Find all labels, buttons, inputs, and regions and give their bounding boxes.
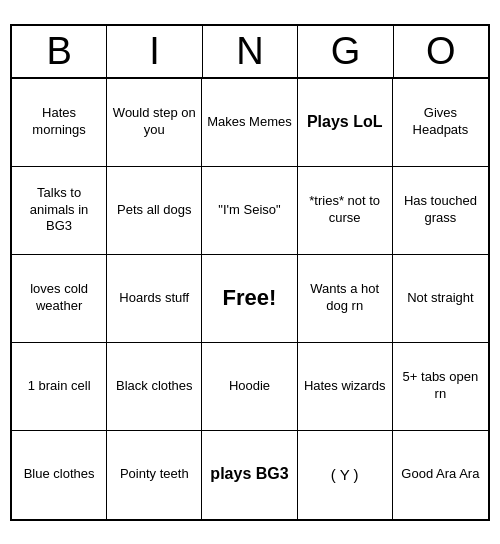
bingo-cell-r2c3[interactable]: "I'm Seiso": [202, 167, 297, 255]
bingo-cell-r2c4[interactable]: *tries* not to curse: [298, 167, 393, 255]
bingo-cell-r5c5[interactable]: Good Ara Ara: [393, 431, 488, 519]
bingo-letter: N: [203, 26, 298, 77]
bingo-card: BINGO Hates morningsWould step on youMak…: [10, 24, 490, 521]
bingo-cell-r3c2[interactable]: Hoards stuff: [107, 255, 202, 343]
bingo-cell-r2c5[interactable]: Has touched grass: [393, 167, 488, 255]
bingo-cell-r1c2[interactable]: Would step on you: [107, 79, 202, 167]
bingo-letter: B: [12, 26, 107, 77]
bingo-cell-r1c5[interactable]: Gives Headpats: [393, 79, 488, 167]
bingo-cell-r3c1[interactable]: loves cold weather: [12, 255, 107, 343]
bingo-cell-r1c3[interactable]: Makes Memes: [202, 79, 297, 167]
bingo-cell-r2c2[interactable]: Pets all dogs: [107, 167, 202, 255]
bingo-letter: I: [107, 26, 202, 77]
bingo-letter: G: [298, 26, 393, 77]
bingo-cell-r2c1[interactable]: Talks to animals in BG3: [12, 167, 107, 255]
bingo-cell-r5c2[interactable]: Pointy teeth: [107, 431, 202, 519]
bingo-cell-r3c3[interactable]: Free!: [202, 255, 297, 343]
bingo-cell-r3c5[interactable]: Not straight: [393, 255, 488, 343]
bingo-cell-r4c1[interactable]: 1 brain cell: [12, 343, 107, 431]
bingo-cell-r4c3[interactable]: Hoodie: [202, 343, 297, 431]
bingo-header: BINGO: [12, 26, 488, 79]
bingo-letter: O: [394, 26, 488, 77]
bingo-cell-r5c1[interactable]: Blue clothes: [12, 431, 107, 519]
bingo-cell-r5c3[interactable]: plays BG3: [202, 431, 297, 519]
bingo-cell-r4c5[interactable]: 5+ tabs open rn: [393, 343, 488, 431]
bingo-grid: Hates morningsWould step on youMakes Mem…: [12, 79, 488, 519]
bingo-cell-r3c4[interactable]: Wants a hot dog rn: [298, 255, 393, 343]
bingo-cell-r4c4[interactable]: Hates wizards: [298, 343, 393, 431]
bingo-cell-r1c4[interactable]: Plays LoL: [298, 79, 393, 167]
bingo-cell-r4c2[interactable]: Black clothes: [107, 343, 202, 431]
bingo-cell-r1c1[interactable]: Hates mornings: [12, 79, 107, 167]
bingo-cell-r5c4[interactable]: ( Y ): [298, 431, 393, 519]
